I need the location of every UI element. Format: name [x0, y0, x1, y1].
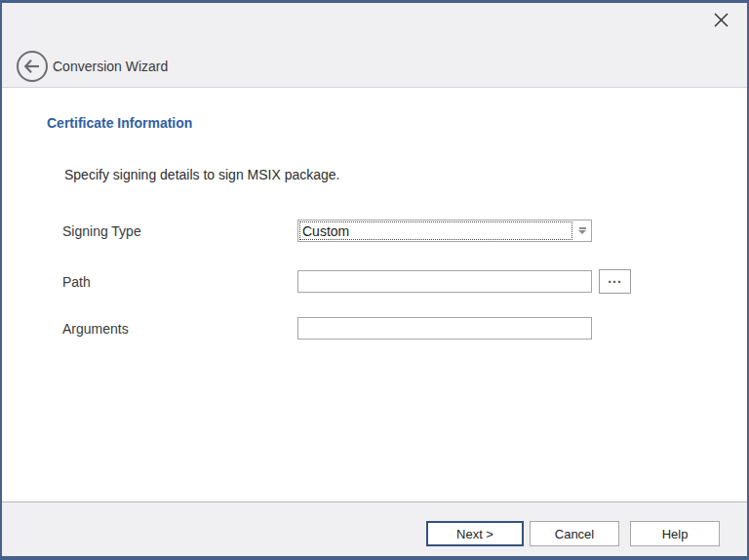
signing-type-combobox[interactable]	[297, 220, 592, 242]
path-input[interactable]	[297, 270, 592, 293]
chevron-down-icon	[578, 227, 586, 234]
cancel-button[interactable]: Cancel	[530, 521, 619, 546]
ellipsis-icon: ...	[608, 271, 622, 285]
close-button[interactable]	[708, 9, 733, 34]
browse-button[interactable]: ...	[599, 269, 631, 294]
path-label: Path	[62, 274, 91, 290]
signing-type-label: Signing Type	[62, 223, 141, 239]
window-title: Conversion Wizard	[53, 57, 168, 76]
next-button[interactable]: Next >	[426, 521, 524, 546]
wizard-header: Conversion Wizard	[2, 3, 747, 88]
page-description: Specify signing details to sign MSIX pac…	[64, 167, 340, 182]
arguments-input[interactable]	[297, 317, 592, 340]
signing-type-dropdown-button[interactable]	[573, 220, 591, 241]
conversion-wizard-window: Conversion Wizard Certificate Informatio…	[0, 0, 749, 560]
help-button[interactable]: Help	[630, 521, 720, 546]
arguments-label: Arguments	[62, 321, 129, 337]
close-icon	[713, 12, 729, 31]
back-arrow-icon	[16, 71, 49, 86]
back-button[interactable]	[16, 50, 49, 83]
signing-type-input[interactable]	[298, 220, 573, 241]
page-heading: Certificate Information	[47, 115, 192, 131]
